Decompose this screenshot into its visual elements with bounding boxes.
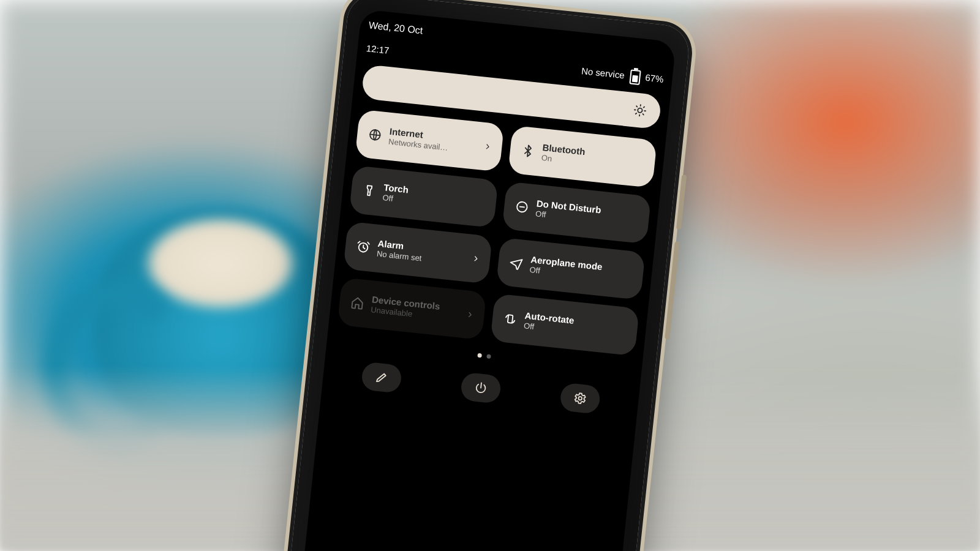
chevron-right-icon: [483, 142, 492, 151]
power-menu-button[interactable]: [460, 372, 502, 403]
svg-rect-4: [508, 315, 513, 323]
statusbar-service: No service: [581, 66, 625, 80]
statusbar-time: 12:17: [366, 43, 390, 56]
battery-icon: [629, 69, 641, 85]
qs-tile-autorotate[interactable]: Auto-rotate Off: [490, 293, 639, 356]
pager-dot: [486, 354, 491, 359]
autorotate-icon: [503, 312, 518, 326]
bluetooth-icon: [521, 143, 535, 158]
qs-tile-aeroplane[interactable]: Aeroplane mode Off: [496, 238, 646, 300]
settings-button[interactable]: [559, 382, 601, 414]
flashlight-icon: [362, 184, 377, 198]
phone: Wed, 20 Oct 12:17 No service 67%: [281, 0, 692, 551]
gear-icon: [573, 391, 587, 406]
alarm-icon: [356, 239, 371, 254]
qs-tile-internet[interactable]: Internet Networks avail…: [355, 109, 504, 171]
qs-tile-torch[interactable]: Torch Off: [349, 165, 499, 228]
chevron-right-icon: [471, 254, 480, 263]
home-icon: [350, 296, 364, 310]
pencil-icon: [374, 370, 389, 385]
airplane-icon: [509, 255, 524, 270]
svg-point-5: [578, 397, 582, 400]
qs-tile-dnd[interactable]: Do Not Disturb Off: [502, 181, 651, 244]
edit-tiles-button[interactable]: [361, 361, 402, 393]
power-icon: [473, 381, 488, 395]
statusbar-battery-pct: 67%: [645, 72, 665, 84]
chevron-right-icon: [466, 310, 475, 319]
svg-point-0: [638, 108, 643, 113]
quick-settings-panel: Wed, 20 Oct 12:17 No service 67%: [296, 9, 676, 551]
phone-frame: Wed, 20 Oct 12:17 No service 67%: [281, 0, 692, 551]
pager-dot: [477, 353, 482, 358]
brightness-icon: [633, 103, 647, 118]
globe-icon: [368, 127, 382, 142]
qs-tile-alarm[interactable]: Alarm No alarm set: [343, 221, 492, 283]
qs-tile-subtitle: Off: [382, 193, 408, 205]
qs-tile-grid: Internet Networks avail… Bluetooth On: [337, 109, 657, 356]
qs-tile-bluetooth[interactable]: Bluetooth On: [508, 126, 657, 188]
qs-tile-device-controls[interactable]: Device controls Unavailable: [337, 277, 487, 340]
dnd-icon: [514, 200, 529, 214]
